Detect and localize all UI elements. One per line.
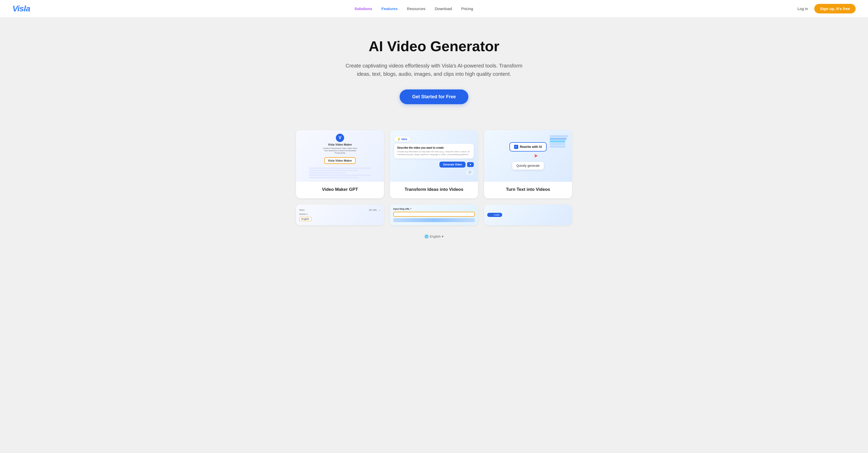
story-time: 0m 20s <box>369 209 377 211</box>
rewrite-label: Rewrite with AI <box>520 145 542 149</box>
card-story: Story 0m 20s ⌄ Scene 1 English <box>296 204 384 225</box>
globe-icon: 🌐 <box>425 234 429 238</box>
story-label: Story <box>299 209 305 211</box>
nav-features[interactable]: Features <box>381 6 398 11</box>
cards-section: V Visla Video Maker Create Professional … <box>0 120 868 225</box>
card1-title: Visla Video Maker <box>328 143 352 146</box>
card-transform-ideas: Idea Describe the video you want to crea… <box>390 130 478 198</box>
card4-image: Story 0m 20s ⌄ Scene 1 English <box>296 204 384 225</box>
nav-right: Log in Sign up, It's free <box>798 4 856 13</box>
idea-input-box: Describe the video you want to create In… <box>394 144 474 159</box>
card1-badge: Visla Video Maker <box>324 157 355 164</box>
doc-page-2 <box>550 138 566 140</box>
nav-resources[interactable]: Resources <box>407 6 426 11</box>
url-input-bar[interactable] <box>393 212 475 217</box>
audio-badge: 🎵 Audio <box>487 213 502 217</box>
cards-row-2: Story 0m 20s ⌄ Scene 1 English Input blo… <box>21 204 847 225</box>
story-row-1: Story 0m 20s ⌄ <box>299 209 381 211</box>
chat-bubble: 💬 <box>466 170 474 175</box>
hero-title: AI Video Generator <box>369 38 499 54</box>
idea-input-text: Include any information to help tailor t… <box>397 150 471 156</box>
nav-download[interactable]: Download <box>435 6 452 11</box>
scene-label: Scene 1 <box>299 213 308 216</box>
card1-line-4 <box>309 174 371 176</box>
idea-badge-label: Idea <box>401 138 407 141</box>
idea-generate-row: Generate Video ▼ <box>439 162 474 168</box>
card-blog: Input blog URL * <box>390 204 478 225</box>
nav-pricing[interactable]: Pricing <box>461 6 473 11</box>
rewrite-check-icon: ✓ <box>514 145 518 149</box>
story-lang-icon: ⌄ <box>379 209 381 211</box>
login-button[interactable]: Log in <box>798 6 808 11</box>
navbar: Visla Solutions Features Resources Downl… <box>0 0 868 18</box>
card3-image: ✓ Rewrite with AI ➤ Quickly generate <box>484 130 572 182</box>
signup-button[interactable]: Sign up, It's free <box>814 4 856 13</box>
card1-label: Video Maker GPT <box>296 182 384 198</box>
quickly-label: Quickly generate <box>517 164 540 168</box>
audio-label: Audio <box>494 214 500 216</box>
english-badge: English <box>299 217 312 221</box>
cards-row-1: V Visla Video Maker Create Professional … <box>21 130 847 198</box>
rewrite-badge: ✓ Rewrite with AI <box>509 142 547 151</box>
quickly-box: Quickly generate <box>512 162 544 170</box>
idea-input-title: Describe the video you want to create <box>397 146 471 149</box>
footer-language[interactable]: 🌐 English ▾ <box>0 231 868 242</box>
url-wave <box>393 218 475 222</box>
card1-lines <box>309 168 371 178</box>
audio-icon: 🎵 <box>490 214 493 216</box>
doc-page-1 <box>550 135 568 137</box>
card2-label: Transform Ideas into Videos <box>390 182 478 198</box>
url-label: Input blog URL * <box>393 208 411 210</box>
generate-arrow-icon: ▼ <box>467 162 474 167</box>
logo[interactable]: Visla <box>12 4 30 13</box>
language-label: English <box>430 234 441 238</box>
card-turn-text: ✓ Rewrite with AI ➤ Quickly generate Tur… <box>484 130 572 198</box>
nav-solutions[interactable]: Solutions <box>354 6 372 11</box>
visla-logo-icon: V <box>336 134 344 142</box>
card1-subtitle: Create Professional Video Sales from You… <box>322 147 358 154</box>
card-video-maker-gpt: V Visla Video Maker Create Professional … <box>296 130 384 198</box>
hero-section: AI Video Generator Create captivating vi… <box>0 18 868 120</box>
doc-page-4 <box>550 143 565 145</box>
doc-stack <box>550 135 568 148</box>
card3-label: Turn Text into Videos <box>484 182 572 198</box>
doc-page-5 <box>550 146 565 148</box>
get-started-button[interactable]: Get Started for Free <box>400 89 468 104</box>
card1-line-1 <box>309 168 371 169</box>
card1-line-5 <box>309 177 359 178</box>
generate-video-button[interactable]: Generate Video <box>439 162 466 168</box>
card1-line-2 <box>309 170 359 171</box>
hero-subtitle: Create captivating videos effortlessly w… <box>344 61 524 78</box>
card6-image: 🎵 Audio <box>484 204 572 225</box>
card1-top: V Visla Video Maker Create Professional … <box>322 134 358 154</box>
story-row-2: Scene 1 <box>299 213 381 216</box>
card2-image: Idea Describe the video you want to crea… <box>390 130 478 182</box>
arrow-cursor-icon: ➤ <box>534 152 538 159</box>
idea-badge: Idea <box>394 137 410 142</box>
card-audio: 🎵 Audio <box>484 204 572 225</box>
doc-page-3 <box>550 140 565 142</box>
chevron-down-icon: ▾ <box>442 234 443 238</box>
card5-image: Input blog URL * <box>390 204 478 225</box>
card1-line-3 <box>309 172 346 173</box>
card1-image: V Visla Video Maker Create Professional … <box>296 130 384 182</box>
nav-links: Solutions Features Resources Download Pr… <box>354 6 473 11</box>
